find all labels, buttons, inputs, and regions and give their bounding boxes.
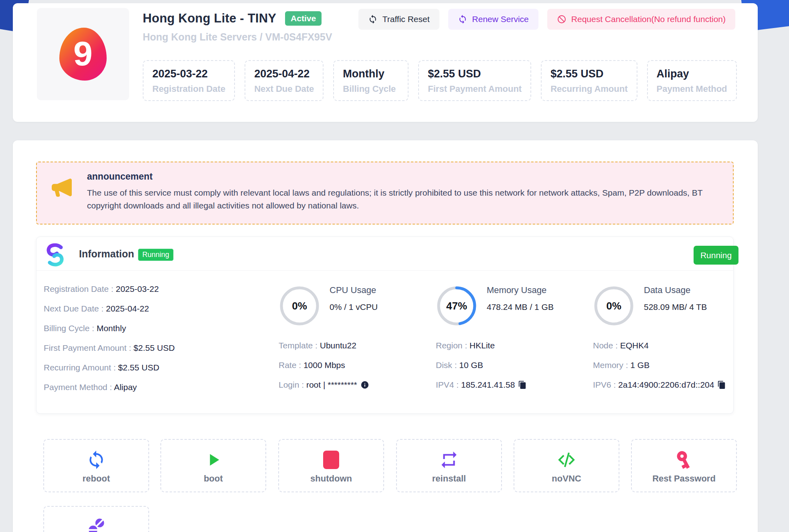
information-title: Information [79, 248, 134, 260]
detail-row: IPV4 : 185.241.41.58 [436, 375, 587, 396]
reinstall-button[interactable]: reinstall [396, 439, 502, 492]
provider-logo-icon: 9 [59, 28, 107, 81]
service-body-card: announcement The use of this service mus… [13, 140, 758, 532]
detail-row: First Payment Amount : $2.55 USD [44, 338, 175, 358]
shutdown-icon [279, 449, 383, 470]
detail-row: Billing Cycle : Monthly [44, 318, 175, 338]
announcement-title: announcement [87, 171, 153, 182]
service-subtitle: Hong Kong Lite Servers / VM-0S4FX95V [143, 31, 332, 43]
memory-usage-gauge: 47% Memory Usage 478.24 MB / 1 GB [436, 281, 587, 327]
detail-row: Next Due Date : 2025-04-22 [44, 299, 175, 318]
info-icon[interactable] [360, 376, 369, 396]
cpu-usage-gauge: 0% CPU Usage 0% / 1 vCPU [279, 281, 430, 327]
running-badge: Running [138, 249, 174, 261]
request-cancellation-button[interactable]: Request Cancellation(No refund function) [547, 9, 735, 30]
information-panel: Information Running Running Registration… [36, 237, 734, 414]
boot-icon [161, 449, 265, 470]
reboot-button[interactable]: reboot [43, 439, 149, 492]
stat-first-payment: $2.55 USD First Payment Amount [418, 60, 531, 101]
detail-row: Template : Ubuntu22 [279, 336, 430, 355]
copy-icon[interactable] [518, 376, 527, 396]
service-header-card: 9 Hong Kong Lite - TINY Active Hong Kong… [13, 3, 758, 122]
detail-row: Region : HKLite [436, 336, 587, 355]
copy-icon[interactable] [717, 376, 726, 396]
megaphone-icon [50, 175, 74, 199]
key-icon [632, 449, 736, 470]
detail-row: Node : EQHK4 [593, 336, 744, 355]
detail-row: Memory : 1 GB [593, 355, 744, 375]
cpu-column: 0% CPU Usage 0% / 1 vCPU Template : Ubun… [279, 281, 430, 396]
detail-row: Payment Method : Alipay [44, 377, 175, 397]
data-column: 0% Data Usage 528.09 MB/ 4 TB Node : EQH… [593, 281, 744, 396]
header-actions: Traffic Reset Renew Service Request Canc… [358, 9, 735, 30]
detail-list-left: Registration Date : 2025-03-22 Next Due … [44, 279, 175, 397]
novnc-button[interactable]: noVNC [514, 439, 619, 492]
pills-icon [44, 516, 148, 532]
service-logo-tile: 9 [37, 8, 129, 100]
detail-row: Login : root | ********* [279, 375, 430, 396]
detail-row: Disk : 10 GB [436, 355, 587, 375]
novnc-icon [514, 449, 619, 470]
announcement-box: announcement The use of this service mus… [36, 162, 734, 225]
swirl-logo-icon [44, 243, 67, 267]
boot-button[interactable]: boot [160, 439, 266, 492]
shutdown-button[interactable]: shutdown [278, 439, 384, 492]
service-stats-row: 2025-03-22 Registration Date 2025-04-22 … [143, 60, 737, 101]
reset-password-button[interactable]: Rest Password [631, 439, 737, 492]
detail-row: Registration Date : 2025-03-22 [44, 279, 175, 299]
running-status-button[interactable]: Running [694, 246, 738, 265]
renew-service-button[interactable]: Renew Service [448, 9, 538, 30]
divider [36, 270, 733, 271]
detail-row: IPV6 : 2a14:4900:2206:d7d::204 [593, 375, 744, 396]
refresh-icon [458, 14, 467, 24]
traffic-reset-button[interactable]: Traffic Reset [358, 9, 439, 30]
stat-next-due-date: 2025-04-22 Next Due Date [245, 60, 324, 101]
detail-row: Recurring Amount : $2.55 USD [44, 358, 175, 377]
reinstall-icon [397, 449, 501, 470]
stat-recurring-amount: $2.55 USD Recurring Amount [541, 60, 637, 101]
announcement-body: The use of this service must comply with… [87, 186, 712, 212]
ban-icon [557, 14, 566, 24]
detail-row: Rate : 1000 Mbps [279, 355, 430, 375]
stat-payment-method: Alipay Payment Method [647, 60, 737, 101]
memory-column: 47% Memory Usage 478.24 MB / 1 GB Region… [436, 281, 587, 396]
service-title: Hong Kong Lite - TINY [143, 11, 276, 26]
monitor-button[interactable] [43, 506, 149, 532]
data-usage-gauge: 0% Data Usage 528.09 MB/ 4 TB [593, 281, 744, 327]
stat-billing-cycle: Monthly Billing Cycle [333, 60, 409, 101]
refresh-icon [368, 14, 378, 24]
stat-registration-date: 2025-03-22 Registration Date [143, 60, 235, 101]
status-badge: Active [285, 11, 322, 26]
reboot-icon [44, 449, 148, 470]
